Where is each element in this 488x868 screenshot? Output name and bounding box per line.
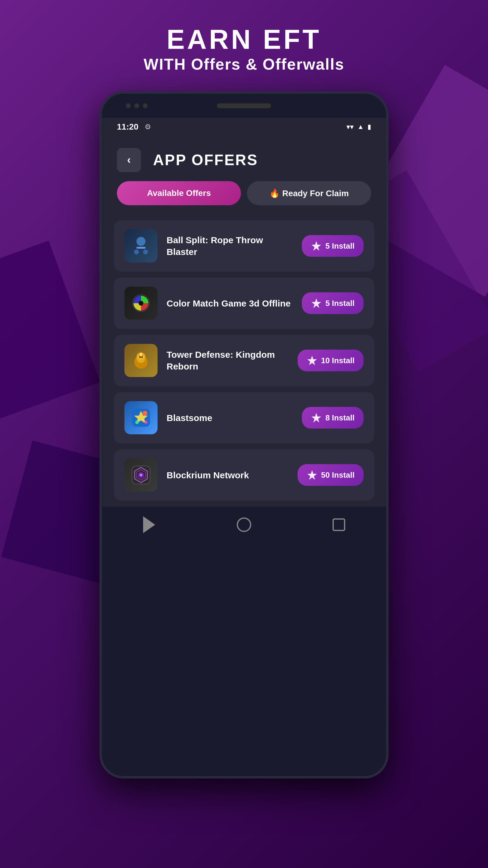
phone-dot-1 [126,103,131,108]
offer-icon-tower-defense [124,344,158,377]
header-section: EARN EFT WITH Offers & Offerwalls [144,0,344,91]
offer-info-tower-defense: Tower Defense: Kingdom Reborn [167,349,289,372]
back-button[interactable]: ‹ [117,148,141,172]
svg-point-17 [135,421,139,424]
svg-point-18 [144,421,148,424]
offer-info-color-match: Color Match Game 3d Offline [167,298,293,309]
svg-point-12 [139,352,143,356]
reward-btn-ball-split[interactable]: 5 Install [302,235,364,257]
offer-icon-ball-split [124,229,158,262]
reward-icon-ball-split [311,241,322,251]
app-content: ‹ APP OFFERS Available Offers 🔥 Ready Fo… [102,136,386,543]
svg-point-3 [143,250,148,254]
ball-split-image [124,229,158,262]
svg-point-24 [139,473,142,476]
blockrium-image [124,458,158,492]
sub-title: WITH Offers & Offerwalls [144,55,344,73]
phone-dot-2 [134,103,139,108]
tab-available-offers-label: Available Offers [147,188,211,198]
svg-rect-1 [136,247,145,249]
status-time: 11:20 [117,122,138,132]
offer-icon-color-match [124,287,158,320]
reward-btn-color-match[interactable]: 5 Install [302,292,364,314]
svg-point-16 [142,411,147,415]
reward-text-blastsome: 8 Install [325,413,355,423]
signal-icon: ▲ [357,123,364,131]
battery-icon: ▮ [367,123,371,131]
nav-recent-icon [332,518,345,531]
svg-marker-7 [312,299,321,308]
phone-mockup: 11:20 ⚙ ▾▾ ▲ ▮ ‹ APP OFFERS Available O [99,91,389,778]
reward-icon-blastsome [311,412,322,423]
offer-card-blastsome[interactable]: Blastsome 8 Install [114,392,374,443]
reward-text-color-match: 5 Install [325,299,355,308]
offer-name-color-match: Color Match Game 3d Offline [167,299,291,308]
reward-text-ball-split: 5 Install [325,241,355,251]
offer-name-ball-split: Ball Split: Rope Throw Blaster [167,235,263,257]
app-header: ‹ APP OFFERS [102,136,386,181]
app-title: APP OFFERS [153,151,258,169]
offer-card-color-match[interactable]: Color Match Game 3d Offline 5 Install [114,278,374,329]
nav-recent-button[interactable] [330,516,348,534]
offer-info-ball-split: Ball Split: Rope Throw Blaster [167,234,293,258]
reward-text-blockrium: 50 Install [321,470,355,480]
nav-home-button[interactable] [235,516,253,534]
status-left: 11:20 ⚙ [117,122,151,132]
offer-icon-blastsome [124,401,158,434]
main-title: EARN EFT [144,24,344,55]
offer-card-tower-defense[interactable]: Tower Defense: Kingdom Reborn 10 Install [114,335,374,386]
reward-btn-blastsome[interactable]: 8 Install [302,407,364,429]
nav-home-icon [237,518,251,532]
phone-dot-3 [143,103,148,108]
tower-defense-image [124,344,158,377]
blastsome-image [124,401,158,434]
bottom-nav [102,507,386,543]
reward-icon-tower-defense [307,355,318,366]
offer-card-blockrium[interactable]: Blockrium Network 50 Install [114,450,374,501]
tab-ready-for-claim-label: 🔥 Ready For Claim [269,188,349,198]
offer-name-tower-defense: Tower Defense: Kingdom Reborn [167,350,275,371]
reward-text-tower-defense: 10 Install [321,356,355,365]
reward-icon-color-match [311,298,322,309]
wifi-icon: ▾▾ [347,123,354,131]
phone-top-bar [102,94,386,118]
offer-info-blastsome: Blastsome [167,412,293,424]
offer-name-blockrium: Blockrium Network [167,470,249,480]
svg-marker-19 [312,413,321,423]
tab-available-offers[interactable]: Available Offers [117,181,241,205]
svg-point-0 [136,237,145,246]
tab-ready-for-claim[interactable]: 🔥 Ready For Claim [247,181,371,205]
reward-btn-blockrium[interactable]: 50 Install [298,464,364,486]
svg-point-2 [134,250,139,254]
reward-btn-tower-defense[interactable]: 10 Install [298,350,364,371]
status-right: ▾▾ ▲ ▮ [347,123,371,131]
nav-back-icon [143,516,155,533]
svg-marker-13 [307,355,317,365]
offer-card-ball-split[interactable]: Ball Split: Rope Throw Blaster 5 Install [114,220,374,272]
color-match-image [124,287,158,320]
svg-marker-25 [307,470,317,480]
offer-icon-blockrium [124,458,158,492]
tab-bar: Available Offers 🔥 Ready For Claim [102,181,386,214]
gear-icon: ⚙ [144,123,151,131]
back-arrow-icon: ‹ [127,154,131,166]
reward-icon-blockrium [307,470,318,480]
phone-speaker [217,103,271,108]
svg-point-6 [138,301,143,306]
offer-list: Ball Split: Rope Throw Blaster 5 Install [102,214,386,507]
status-bar: 11:20 ⚙ ▾▾ ▲ ▮ [102,118,386,136]
phone-dots [126,103,148,108]
offer-name-blastsome: Blastsome [167,413,213,423]
svg-marker-4 [312,241,321,251]
offer-info-blockrium: Blockrium Network [167,469,289,481]
nav-back-button[interactable] [140,516,158,534]
